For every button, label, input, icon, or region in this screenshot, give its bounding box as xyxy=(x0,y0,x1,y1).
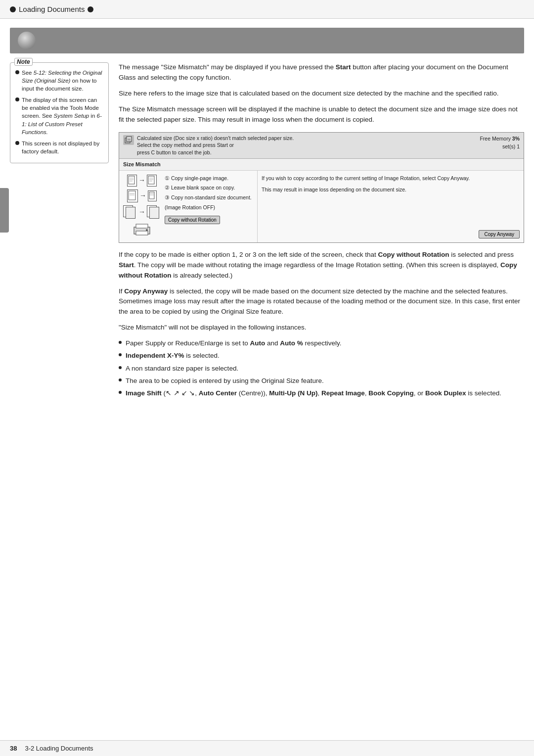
screen-top-right: Free Memory 3% set(s) 1 xyxy=(480,135,520,151)
screen-option-1: ① Copy single-page image. xyxy=(165,175,253,183)
globe-icon xyxy=(18,32,36,49)
note-text-2: The display of this screen can be enable… xyxy=(22,96,103,136)
screen-top-left: Calculated size (Doc size x ratio) doesn… xyxy=(123,135,294,156)
header-dot-left xyxy=(10,6,16,12)
bullet-dot-2 xyxy=(119,353,122,356)
screen-icons-col: → xyxy=(123,175,161,238)
screen-title-bar: Size Mismatch xyxy=(119,159,524,171)
svg-rect-20 xyxy=(136,231,148,235)
svg-point-21 xyxy=(146,229,148,231)
arrow-icon-2: → xyxy=(139,190,146,201)
header-title: Loading Documents xyxy=(19,5,85,13)
icon-pair-3: → xyxy=(123,205,161,219)
copy-machine-icon xyxy=(123,135,134,145)
multi-doc-icon xyxy=(123,205,137,219)
footer: 38 3-2 Loading Documents xyxy=(0,740,534,756)
bullet-item-4: The area to be copied is entered by usin… xyxy=(119,376,524,386)
note-text-3: This screen is not displayed by factory … xyxy=(22,140,103,155)
icon-pair-1: → xyxy=(127,175,157,187)
screen-option-2: ② Leave blank space on copy. xyxy=(165,184,253,192)
note-box: Note See 5-12: Selecting the Original Si… xyxy=(10,62,109,163)
bullet-item-2: Independent X-Y% is selected. xyxy=(119,351,524,361)
screen-options: ① Copy single-page image. ② Leave blank … xyxy=(165,175,253,238)
screen-right: If you wish to copy according to the cur… xyxy=(258,171,524,242)
screen-left: → xyxy=(119,171,258,242)
copy-without-rotation-button[interactable]: Copy without Rotation xyxy=(165,216,220,224)
arrow-icon-1: → xyxy=(138,175,145,186)
screen-right-text: If you wish to copy according to the cur… xyxy=(262,175,520,200)
para-5: If Copy Anyway is selected, the copy wil… xyxy=(119,286,524,318)
bullet-item-5: Image Shift (↖ ↗ ↙ ↘, Auto Center (Centr… xyxy=(119,388,524,398)
note-bullet-3 xyxy=(15,141,19,145)
chapter-header xyxy=(10,28,524,53)
icon-pair-4 xyxy=(133,222,151,238)
note-item-3: This screen is not displayed by factory … xyxy=(15,140,103,155)
doc-icon-3b xyxy=(126,207,135,219)
para-2: Size here refers to the image size that … xyxy=(119,89,524,99)
doc-icon-2a xyxy=(127,189,138,202)
bullet-list: Paper Supply or Reduce/Enlarge is set to… xyxy=(119,338,524,398)
left-tab-accent xyxy=(0,188,9,233)
note-item-1: See 5-12: Selecting the Original Size (O… xyxy=(15,69,103,93)
svg-rect-8 xyxy=(148,176,154,184)
main-body: The message "Size Mismatch" may be displ… xyxy=(119,62,524,403)
copy-anyway-button[interactable]: Copy Anyway xyxy=(479,230,520,238)
screen-option-3b: (Image Rotation OFF) xyxy=(165,204,253,212)
note-item-2: The display of this screen can be enable… xyxy=(15,96,103,136)
note-bullet-1 xyxy=(15,70,19,74)
content-area: Note See 5-12: Selecting the Original Si… xyxy=(0,53,534,403)
bullet-dot-3 xyxy=(119,366,122,369)
screen-option-3: ③ Copy non-standard size document. xyxy=(165,194,253,202)
screen-top-text: Calculated size (Doc size x ratio) doesn… xyxy=(137,135,294,156)
para-1: The message "Size Mismatch" may be displ… xyxy=(119,62,524,83)
svg-rect-12 xyxy=(129,191,135,200)
para-6: "Size Mismatch" will not be displayed in… xyxy=(119,323,524,333)
icon-pair-2: → xyxy=(127,189,157,202)
para-4: If the copy to be made is either option … xyxy=(119,250,524,281)
printer-icon xyxy=(133,222,151,238)
footer-section: 3-2 Loading Documents xyxy=(25,745,93,752)
svg-rect-15 xyxy=(149,192,154,199)
header-bar: Loading Documents xyxy=(0,0,534,19)
bullet-dot-5 xyxy=(119,391,122,394)
multi-doc-icon-out xyxy=(147,205,161,219)
note-bullet-2 xyxy=(15,97,19,101)
left-sidebar: Note See 5-12: Selecting the Original Si… xyxy=(10,62,109,403)
doc-icon-1a xyxy=(127,175,137,187)
screen-capture: Calculated size (Doc size x ratio) doesn… xyxy=(119,132,524,243)
note-list: See 5-12: Selecting the Original Size (O… xyxy=(15,67,103,155)
doc-icon-3d xyxy=(149,207,159,219)
para-3: The Size Mismatch message screen will be… xyxy=(119,104,524,125)
svg-rect-4 xyxy=(129,176,134,184)
footer-page-number: 38 xyxy=(10,745,17,752)
doc-icon-2b xyxy=(148,190,157,201)
arrow-icon-3: → xyxy=(138,207,145,218)
bullet-item-1: Paper Supply or Reduce/Enlarge is set to… xyxy=(119,338,524,348)
doc-icon-1b xyxy=(147,175,157,187)
bullet-dot-4 xyxy=(119,378,122,381)
svg-rect-19 xyxy=(136,224,148,228)
screen-top-bar: Calculated size (Doc size x ratio) doesn… xyxy=(119,133,524,159)
bullet-dot-1 xyxy=(119,341,122,344)
note-tag: Note xyxy=(14,58,33,66)
screen-body: → xyxy=(119,171,524,242)
note-text-1: See 5-12: Selecting the Original Size (O… xyxy=(22,69,103,93)
header-dot-right xyxy=(88,6,93,12)
bullet-item-3: A non standard size paper is selected. xyxy=(119,364,524,374)
